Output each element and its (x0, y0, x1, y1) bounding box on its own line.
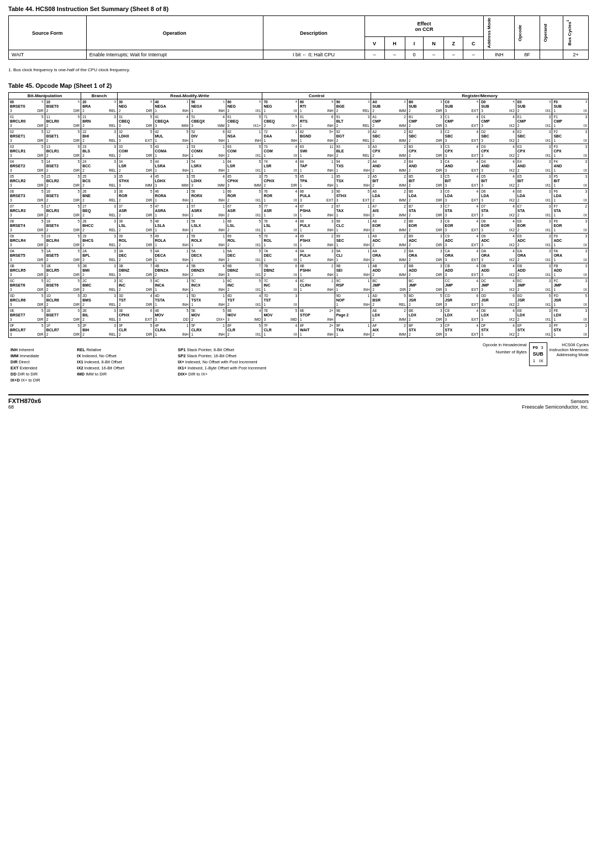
wait-v: – (364, 50, 384, 60)
table-row: WAIT Enable Interrupts; Wait for Interru… (9, 50, 589, 60)
legend-ixplusd: IX+D IX+ to DIR (8, 377, 75, 383)
group-rmw: Read-Modify-Write (117, 93, 262, 99)
group-control: Control (262, 93, 371, 99)
legend-ix: IX Indexed, No Offset (75, 353, 176, 359)
table44-footnote: 1. Bus clock frequency is one-half of th… (8, 67, 589, 72)
cell-00-B: B03SUB2DIR (407, 99, 443, 114)
legend-rel: REL Relative (75, 347, 176, 353)
wait-opcode: 8F (515, 50, 540, 60)
th-c: C (463, 37, 484, 50)
legend-inh: INH Inherent (8, 347, 75, 353)
wait-i: 0 (405, 50, 424, 60)
legend-dir: DIR Direct (8, 359, 75, 365)
cell-00-8: 809RTI1INH (299, 99, 335, 114)
cell-00-6: 605NEG2IX1 (226, 99, 262, 114)
opcode-map-table: Bit-Manipulation Branch Read-Modify-Writ… (8, 92, 589, 338)
table-row: 0B5BRCLR53DIR 1B5BCLR52DIR 2B3BMI2REL 3B… (9, 263, 589, 278)
part-number: FXTH870x6 68 (8, 398, 41, 410)
table44-section: Table 44. HCS08 Instruction Set Summary … (8, 6, 589, 72)
legend-section: INH Inherent REL Relative SP1 Stack Poin… (8, 342, 589, 383)
table-row: 0E5BRSET73DIR 1E5BSET72DIR 2E3BIL2REL 3E… (9, 308, 589, 322)
th-effect: Effecton CCR (364, 16, 484, 37)
table-row: 045BRSET23DIR 145BSET22DIR 243BCC2REL 34… (9, 159, 589, 174)
table-row: 015BRCLR03DIR 115BCLR02DIR 213BRN2REL 31… (9, 114, 589, 129)
th-n: N (424, 37, 444, 50)
table45-section: Table 45. Opcode Map (Sheet 1 of 2) Bit-… (8, 82, 589, 338)
cell-00-A: A02SUB2IMM (371, 99, 408, 114)
legend-imd: IMD IMM to DIR (75, 371, 176, 377)
footer-right: Sensors Freescale Semiconductor, Inc. (522, 399, 589, 410)
wait-c: – (463, 50, 484, 60)
table-row: 055BRCLR23DIR 155BCLR22DIR 253BCS2REL 35… (9, 174, 589, 189)
opcode-key-labels: Opcode in Hexadecimal Number of Bytes (483, 342, 527, 354)
cell-00-1: 105BSET02DIR (45, 99, 81, 114)
th-source-form: Source Form (9, 16, 87, 50)
table-row: 025BRSET13DIR 125BSET12DIR 223BHI2REL 32… (9, 129, 589, 144)
legend-ext: EXT Extended (8, 365, 75, 371)
th-address-mode: Address Mode (484, 16, 515, 50)
wait-z: – (444, 50, 463, 60)
table-row: 0A5BRSET53DIR 1A5BSET52DIR 2A3BPL2REL 3A… (9, 248, 589, 263)
cell-00-2: 203BRA2REL (81, 99, 118, 114)
legend-ixplus: IX+ Indexed, No Offset with Post Increme… (176, 359, 357, 365)
th-operand: Operand (540, 16, 563, 50)
cell-00-E: E03SUB2IX1 (516, 99, 552, 114)
cell-00-7: 704NEG1IX (262, 99, 299, 114)
cell-00-3: 305NEG2DIR (117, 99, 154, 114)
legend-table: INH Inherent REL Relative SP1 Stack Poin… (8, 347, 357, 383)
table-row: 005BRSET03DIR 105BSET02DIR 203BRA2REL 30… (9, 99, 589, 114)
th-z: Z (444, 37, 463, 50)
table-row: 085BRSET43DIR 185BSET42DIR 283BHCC2REL 3… (9, 219, 589, 234)
table44-title: Table 44. HCS08 Instruction Set Summary … (8, 6, 589, 12)
opcode-key-box: F03 SUB 1IX (529, 342, 547, 366)
table-row: 035BRCLR13DIR 135BCLR12DIR 233BLS2REL 33… (9, 144, 589, 159)
wait-h: – (384, 50, 405, 60)
group-bit-manip: Bit-Manipulation (9, 93, 81, 99)
wait-addr: INH (484, 50, 515, 60)
group-regmem: Register/Memory (371, 93, 589, 99)
group-branch: Branch (81, 93, 118, 99)
th-operation: Operation (86, 16, 263, 50)
table-row: 095BRCLR43DIR 195BCLR42DIR 293BHCS2REL 3… (9, 233, 589, 248)
table45-title: Table 45. Opcode Map (Sheet 1 of 2) (8, 82, 589, 89)
th-opcode: Opcode (515, 16, 540, 50)
legend-imm: IMM Immediate (8, 353, 75, 359)
opcode-key-section: Opcode in Hexadecimal Number of Bytes F0… (483, 342, 589, 383)
table-row: 0C5BRSET63DIR 1C5BSET62DIR 2C3BMC2REL 3C… (9, 278, 589, 293)
wait-cycles: 2+ (563, 50, 589, 60)
cell-00-0: 005BRSET03DIR (9, 99, 45, 114)
table44: Source Form Operation Description Effect… (8, 15, 589, 60)
page-footer: FXTH870x6 68 Sensors Freescale Semicondu… (8, 394, 589, 410)
wait-operand (540, 50, 563, 60)
th-i: I (405, 37, 424, 50)
cell-00-D: D04SUB3IX2 (480, 99, 516, 114)
th-description: Description (263, 16, 364, 50)
table-row: 0D5BRCLR63DIR 1D5BCLR62DIR 2D3BMS2REL 3D… (9, 293, 589, 308)
wait-n: – (424, 50, 444, 60)
legend-ix1: IX1 Indexed, 8-Bit Offset (75, 359, 176, 365)
wait-operation: Enable Interrupts; Wait for Interrupt (86, 50, 263, 60)
cell-00-F: F03SUB1IX (552, 99, 589, 114)
legend-sp2: SP2 Stack Pointer, 16-Bit Offset (176, 353, 357, 359)
cell-00-5: 501NEGX1INH (190, 99, 226, 114)
cell-00-C: C04SUB3EXT (443, 99, 480, 114)
cell-00-4: 401NEGA1INH (154, 99, 190, 114)
legend-dixplus: DIX+ DIR to IX+ (176, 371, 357, 377)
table-row: 065BRSET33DIR 165BSET32DIR 263BNE2REL 36… (9, 189, 589, 204)
cell-00-9: 903BGE2REL (335, 99, 371, 114)
legend-ix2: IX2 Indexed, 16-Bit Offset (75, 365, 176, 371)
th-bus-cycles: Bus Cycles1 (563, 16, 589, 50)
legend-ix1plus: IX1+ Indexed, 1-Byte Offset with Post In… (176, 365, 357, 371)
opcode-key-descriptions: HCS08 Cycles Instruction Mnemonic Addres… (550, 342, 589, 357)
th-v: V (364, 37, 384, 50)
legend-dd: DD DIR to DIR (8, 371, 75, 377)
legend-sp1: SP1 Stack Pointer, 8-Bit Offset (176, 347, 357, 353)
table-row: 0F5BRCLR73DIR 1F5BCLR72DIR 2F3BIH2REL 3F… (9, 322, 589, 337)
table-row: 075BRCLR33DIR 175BCLR32DIR 273BEQ2REL 37… (9, 204, 589, 219)
wait-description: I bit ← 0; Halt CPU (263, 50, 364, 60)
wait-source: WAIT (9, 50, 87, 60)
th-h: H (384, 37, 405, 50)
